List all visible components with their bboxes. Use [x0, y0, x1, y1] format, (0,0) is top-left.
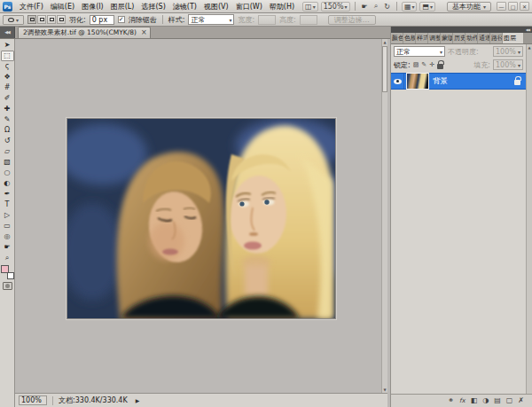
scroll-up-icon[interactable]: ▲	[527, 44, 532, 51]
hand-tool-button[interactable]: ☛	[360, 2, 370, 12]
restore-button[interactable]: ▢	[508, 2, 518, 11]
menu-image[interactable]: 图像(I)	[78, 0, 107, 13]
layer-mask-icon[interactable]: ◧	[471, 395, 478, 407]
blend-mode-select[interactable]: 正常 ▾	[394, 46, 445, 57]
layer-thumbnail[interactable]	[407, 74, 428, 89]
lock-buttons: ▨ ✎ ✛	[413, 61, 443, 69]
lock-image-pixels-icon[interactable]: ✎	[421, 61, 426, 68]
delete-layer-icon[interactable]: ✗	[518, 395, 524, 407]
status-zoom-field[interactable]: 100%	[19, 395, 47, 405]
new-layer-icon[interactable]: ▢	[506, 395, 513, 407]
document-canvas[interactable]: ▲ ▼	[15, 39, 387, 393]
tab-swatches[interactable]: 色板	[403, 33, 416, 43]
canvas-vertical-scrollbar[interactable]: ▲ ▼	[381, 39, 387, 393]
selection-mode-group	[27, 15, 66, 24]
intersect-selection-mode-button[interactable]	[57, 15, 66, 24]
screen-mode-icon: ⬒	[422, 3, 429, 11]
crop-tool[interactable]: #	[1, 82, 14, 93]
eraser-tool[interactable]: ▱	[1, 146, 14, 157]
lock-all-icon[interactable]	[437, 64, 443, 69]
tab-styles[interactable]: 样式	[416, 33, 428, 43]
menu-edit[interactable]: 编辑(E)	[47, 0, 78, 13]
workspace-label: 基本功能	[452, 2, 481, 12]
foreground-color-swatch[interactable]	[1, 265, 9, 273]
menu-filter[interactable]: 滤镜(T)	[169, 0, 200, 13]
link-layers-icon[interactable]: ⚭	[448, 395, 454, 407]
gradient-tool[interactable]: ▧	[1, 157, 14, 168]
layer-style-icon[interactable]: fx	[459, 395, 466, 407]
spot-healing-brush-tool[interactable]: ✚	[1, 104, 14, 114]
document-tab[interactable]: 2调整效果素材.tif @ 150%(CMYK/8) ×	[18, 27, 151, 38]
menu-select[interactable]: 选择(S)	[137, 0, 168, 13]
tools-dock-collapse-grip[interactable]: ◀◀	[0, 26, 15, 38]
status-options-arrow[interactable]: ▶	[133, 396, 143, 404]
minimize-button[interactable]: —	[497, 2, 506, 11]
screen-mode-button[interactable]: ⬒ ▾	[419, 2, 435, 12]
layers-panel-scrollbar[interactable]: ▲	[526, 44, 532, 394]
rotate-view-button[interactable]: ↻	[382, 2, 392, 12]
lock-position-icon[interactable]: ✛	[429, 61, 434, 68]
rectangular-marquee-tool[interactable]: ⬚	[1, 51, 14, 61]
close-button[interactable]: ✕	[520, 2, 529, 11]
new-group-icon[interactable]: ▤	[494, 395, 501, 407]
close-tab-icon[interactable]: ×	[141, 29, 147, 36]
path-selection-tool[interactable]: ▷	[1, 210, 14, 221]
scroll-up-icon[interactable]: ▲	[382, 39, 387, 45]
new-selection-mode-button[interactable]	[27, 15, 36, 24]
status-separator	[52, 396, 53, 405]
view-extras-button[interactable]: ◫ ▾	[302, 2, 318, 12]
shape-tool[interactable]: ▭	[1, 221, 14, 231]
workspace-switcher-button[interactable]: 基本功能 ▾	[447, 2, 491, 12]
blur-tool[interactable]: ○	[1, 168, 14, 178]
lasso-tool[interactable]: ς	[1, 61, 14, 72]
menu-layer[interactable]: 图层(L)	[107, 0, 138, 13]
brush-tool[interactable]: ✎	[1, 114, 14, 125]
tab-masks[interactable]: 蒙版	[441, 33, 453, 43]
collapse-dock-bar[interactable]: ◀◀	[391, 27, 532, 33]
adjustment-layer-icon[interactable]: ◑	[482, 395, 489, 407]
style-select[interactable]: 正常 ▾	[188, 14, 234, 25]
tab-channels[interactable]: 通道	[478, 33, 490, 43]
tab-actions[interactable]: 动作	[466, 33, 478, 43]
antialias-checkbox[interactable]: ✓	[118, 16, 125, 23]
zoom-tool-button[interactable]: ⌕	[372, 2, 379, 12]
feather-input[interactable]	[90, 15, 114, 25]
layer-row-background[interactable]: 背景	[391, 73, 527, 90]
scrollbar-thumb[interactable]	[382, 46, 387, 92]
menu-window[interactable]: 窗口(W)	[232, 0, 266, 13]
quick-selection-tool[interactable]: ❖	[1, 72, 14, 82]
clone-stamp-tool[interactable]: Ω	[1, 125, 14, 136]
lock-transparent-pixels-icon[interactable]: ▨	[413, 61, 419, 68]
layer-visibility-toggle[interactable]	[391, 74, 404, 89]
zoom-tool[interactable]: ⌕	[1, 253, 14, 263]
move-tool[interactable]: ➤	[1, 40, 14, 51]
rotate-view-tool[interactable]: ◎	[1, 231, 14, 242]
layer-name[interactable]: 背景	[433, 76, 514, 87]
quick-mask-button[interactable]	[3, 282, 12, 290]
menu-view[interactable]: 视图(V)	[200, 0, 232, 13]
lock-label: 锁定:	[394, 60, 411, 70]
tab-history[interactable]: 历史	[453, 33, 466, 43]
history-brush-tool[interactable]: ↺	[1, 136, 14, 146]
menu-help[interactable]: 帮助(H)	[266, 0, 298, 13]
zoom-level-dropdown[interactable]: 150% ▾	[321, 2, 350, 12]
menu-file[interactable]: 文件(F)	[16, 0, 47, 13]
magnifier-icon: ⌕	[374, 2, 378, 11]
background-color-swatch[interactable]	[7, 272, 14, 279]
tab-adjustments[interactable]: 调整	[428, 33, 441, 43]
pen-tool[interactable]: ✒	[1, 189, 14, 200]
type-tool[interactable]: T	[1, 200, 14, 210]
tab-layers[interactable]: 图层	[503, 33, 524, 43]
tab-strip-filler	[524, 33, 532, 43]
subtract-selection-mode-button[interactable]	[47, 15, 56, 24]
tab-paths[interactable]: 路径	[490, 33, 503, 43]
eyedropper-tool[interactable]: ✐	[1, 93, 14, 104]
tab-color[interactable]: 颜色	[391, 33, 403, 43]
dodge-tool[interactable]: ◐	[1, 178, 14, 189]
photo-two-women[interactable]	[66, 118, 336, 319]
add-selection-mode-button[interactable]	[37, 15, 46, 24]
hand-tool[interactable]: ☛	[1, 242, 14, 253]
arrange-documents-button[interactable]: ▦ ▾	[402, 2, 418, 12]
tool-preset-picker[interactable]: ▾	[3, 15, 24, 25]
scroll-down-icon[interactable]: ▼	[382, 387, 387, 393]
